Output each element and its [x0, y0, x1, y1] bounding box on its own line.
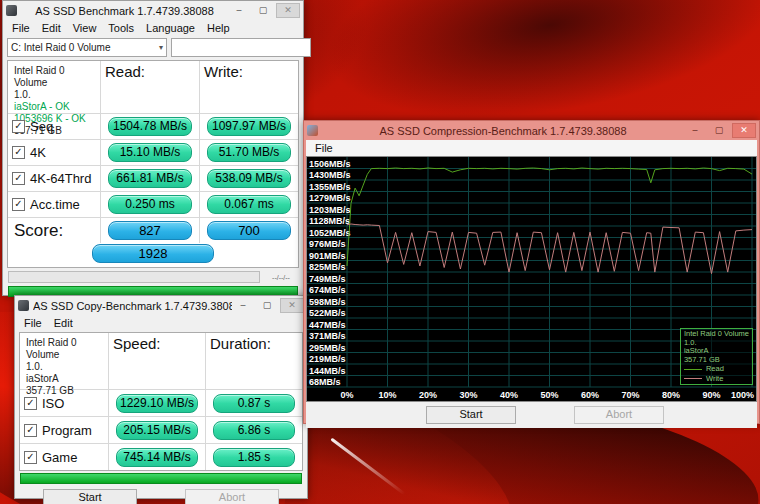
svg-text:522MB/s: 522MB/s	[309, 308, 346, 318]
svg-text:40%: 40%	[500, 390, 518, 400]
close-icon[interactable]: ✕	[732, 123, 756, 138]
seq-checkbox[interactable]: ✓	[12, 120, 25, 133]
drive-select[interactable]: C: Intel Raid 0 Volume ▾	[7, 38, 167, 57]
score-read-value: 827	[108, 221, 192, 240]
row-label: 4K-64Thrd	[30, 171, 91, 186]
legend-write-label: Write	[706, 375, 723, 384]
row-label: Program	[42, 423, 92, 438]
maximize-icon[interactable]: ▢	[708, 124, 730, 137]
close-icon[interactable]: ✕	[280, 298, 304, 313]
maximize-icon[interactable]: ▢	[252, 4, 274, 17]
app-icon	[307, 125, 318, 136]
svg-text:10%: 10%	[378, 390, 396, 400]
svg-text:0%: 0%	[340, 390, 353, 400]
game-speed-value: 745.14 MB/s	[116, 448, 198, 467]
row-label: Seq	[30, 119, 53, 134]
menu-view[interactable]: View	[68, 21, 102, 35]
menu-tools[interactable]: Tools	[103, 21, 139, 35]
svg-text:50%: 50%	[540, 390, 558, 400]
acctime-write-value: 0.067 ms	[207, 195, 291, 214]
seq-write-value: 1097.97 MB/s	[207, 117, 291, 136]
4k64-checkbox[interactable]: ✓	[12, 172, 25, 185]
row-label: Acc.time	[30, 197, 80, 212]
menu-file[interactable]: File	[310, 141, 338, 155]
seq-read-value: 1504.78 MB/s	[108, 117, 192, 136]
start-button[interactable]: Start	[426, 406, 516, 424]
legend-read-label: Read	[706, 365, 724, 374]
title-bar[interactable]: AS SSD Benchmark 1.7.4739.38088 – ▢ ✕	[3, 1, 303, 20]
score-write-value: 700	[207, 221, 291, 240]
compression-chart: 1506MB/s1430MB/s1355MB/s1279MB/s1203MB/s…	[306, 156, 757, 402]
menu-language[interactable]: Language	[141, 21, 200, 35]
menu-edit[interactable]: Edit	[49, 316, 78, 330]
as-ssd-compression-benchmark-window: AS SSD Compression-Benchmark 1.7.4739.38…	[303, 120, 760, 424]
as-ssd-benchmark-window: AS SSD Benchmark 1.7.4739.38088 – ▢ ✕ Fi…	[2, 0, 304, 296]
window-title: AS SSD Copy-Benchmark 1.7.4739.38088	[33, 300, 232, 312]
acctime-read-value: 0.250 ms	[108, 195, 192, 214]
title-bar[interactable]: AS SSD Copy-Benchmark 1.7.4739.38088 – ▢…	[15, 296, 307, 315]
game-duration-value: 1.85 s	[213, 448, 295, 467]
drive-name: Intel Raid 0 Volume	[26, 337, 102, 361]
svg-text:1430MB/s: 1430MB/s	[309, 170, 351, 180]
maximize-icon[interactable]: ▢	[256, 299, 278, 312]
minimize-icon[interactable]: –	[684, 124, 706, 137]
svg-text:1128MB/s: 1128MB/s	[309, 216, 350, 226]
svg-text:447MB/s: 447MB/s	[309, 320, 346, 330]
menu-edit[interactable]: Edit	[37, 21, 66, 35]
svg-text:60%: 60%	[581, 390, 599, 400]
app-icon	[6, 5, 17, 16]
svg-text:20%: 20%	[419, 390, 437, 400]
write-line-swatch	[684, 378, 702, 379]
svg-text:1506MB/s: 1506MB/s	[309, 159, 351, 169]
iso-checkbox[interactable]: ✓	[24, 397, 37, 410]
4k-read-value: 15.10 MB/s	[108, 143, 192, 162]
minimize-icon[interactable]: –	[232, 299, 254, 312]
menu-bar: File	[306, 140, 757, 156]
drive-select-value: C: Intel Raid 0 Volume	[11, 42, 159, 53]
score-total-value: 1928	[92, 244, 214, 263]
abort-button[interactable]: Abort	[185, 489, 279, 504]
menu-bar: File Edit View Tools Language Help	[3, 20, 303, 36]
iso-duration-value: 0.87 s	[213, 394, 295, 413]
table-row-program: ✓Program 205.15 MB/s 6.86 s	[20, 416, 302, 443]
score-total-row: 1928	[8, 242, 298, 267]
driver-name: iaStorA	[26, 373, 102, 385]
table-row-seq: ✓Seq 1504.78 MB/s 1097.97 MB/s	[8, 113, 298, 139]
4k64-write-value: 538.09 MB/s	[207, 169, 291, 188]
progress-bar-empty	[8, 271, 260, 283]
svg-text:219MB/s: 219MB/s	[309, 354, 346, 364]
svg-text:901MB/s: 901MB/s	[309, 251, 346, 261]
close-icon[interactable]: ✕	[276, 3, 300, 18]
title-bar[interactable]: AS SSD Compression-Benchmark 1.7.4739.38…	[304, 121, 759, 140]
game-checkbox[interactable]: ✓	[24, 451, 37, 464]
table-row-4k64thrd: ✓4K-64Thrd 661.81 MB/s 538.09 MB/s	[8, 165, 298, 191]
svg-text:371MB/s: 371MB/s	[309, 331, 346, 341]
table-row-4k: ✓4K 15.10 MB/s 51.70 MB/s	[8, 139, 298, 165]
program-checkbox[interactable]: ✓	[24, 424, 37, 437]
minimize-icon[interactable]: –	[228, 4, 250, 17]
window-title: AS SSD Compression-Benchmark 1.7.4739.38…	[322, 125, 684, 137]
svg-text:1052MB/s: 1052MB/s	[309, 228, 351, 238]
row-label: 4K	[30, 145, 46, 160]
svg-text:90%: 90%	[702, 390, 720, 400]
svg-text:68MB/s: 68MB/s	[309, 377, 341, 387]
table-row-acctime: ✓Acc.time 0.250 ms 0.067 ms	[8, 191, 298, 217]
menu-file[interactable]: File	[19, 316, 47, 330]
acctime-checkbox[interactable]: ✓	[12, 198, 25, 211]
toolbar-textbox[interactable]	[171, 38, 311, 57]
4k-write-value: 51.70 MB/s	[207, 143, 291, 162]
app-icon	[18, 300, 29, 311]
abort-button[interactable]: Abort	[574, 406, 664, 424]
4k-checkbox[interactable]: ✓	[12, 146, 25, 159]
chart-legend: Intel Raid 0 Volume 1.0. iaStorA 357.71 …	[680, 328, 753, 385]
row-label: Game	[42, 450, 77, 465]
svg-text:80%: 80%	[662, 390, 680, 400]
svg-text:749MB/s: 749MB/s	[309, 274, 346, 284]
menu-help[interactable]: Help	[202, 21, 235, 35]
svg-text:1279MB/s: 1279MB/s	[309, 193, 351, 203]
legend-capacity: 357.71 GB	[684, 356, 749, 365]
program-speed-value: 205.15 MB/s	[116, 421, 198, 440]
menu-file[interactable]: File	[7, 21, 35, 35]
svg-text:70%: 70%	[621, 390, 639, 400]
start-button[interactable]: Start	[43, 489, 137, 504]
